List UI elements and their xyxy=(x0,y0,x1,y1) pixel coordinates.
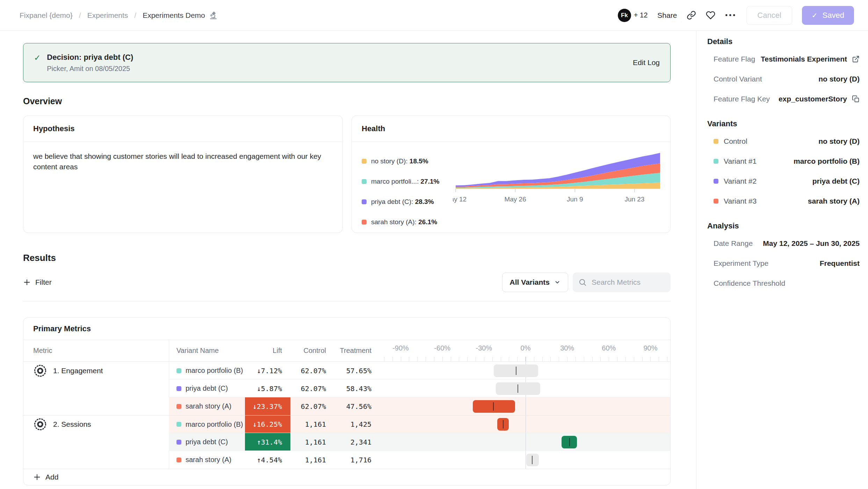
confidence-interval-cell xyxy=(380,416,671,433)
metric-table-row[interactable]: priya debt (C)↓5.87%62.07%58.43% xyxy=(23,380,670,397)
axis-tick-strip xyxy=(380,356,671,361)
confidence-interval-cell xyxy=(380,397,671,415)
point-estimate-marker xyxy=(532,456,533,464)
axis-tick xyxy=(542,357,543,361)
metric-name-cell: 2. Sessions xyxy=(23,416,169,433)
variant-color-chip xyxy=(176,386,181,391)
variants-section: Variants Controlno story (D)Variant #1ma… xyxy=(707,119,860,211)
search-metrics-box[interactable] xyxy=(573,272,671,292)
collaborator-count: + 12 xyxy=(634,11,648,19)
confidence-interval-cell xyxy=(380,362,671,380)
legend-label: priya debt (C): 28.3% xyxy=(371,198,434,206)
lift-value-cell: ↓7.12% xyxy=(245,362,290,380)
metric-name-cell xyxy=(23,433,169,451)
results-heading: Results xyxy=(23,253,671,263)
decision-title: Decision: priya debt (C) xyxy=(47,53,133,62)
confidence-interval-cell xyxy=(380,433,671,451)
variant-row: Controlno story (D) xyxy=(707,131,860,151)
x-axis-label: May 26 xyxy=(504,196,526,203)
variant-value: marco portfolio (B) xyxy=(794,157,860,165)
details-section: Details Feature FlagTestimonials Experim… xyxy=(707,37,860,109)
axis-percent-label: 60% xyxy=(602,344,616,352)
variant-filter-dropdown[interactable]: All Variants xyxy=(502,272,568,292)
metric-name-cell: 1. Engagement xyxy=(23,362,169,380)
external-link-icon[interactable] xyxy=(852,55,860,63)
detail-value: exp_customerStory xyxy=(779,95,847,103)
collaborators[interactable]: Fk + 12 xyxy=(618,9,648,22)
analysis-label: Date Range xyxy=(714,239,753,248)
axis-tick xyxy=(426,357,426,361)
saved-button[interactable]: ✓ Saved xyxy=(802,6,854,25)
metric-table-row[interactable]: sarah story (A)↑4.54%1,1611,716 xyxy=(23,451,670,469)
health-title: Health xyxy=(352,116,670,142)
variant-value: priya debt (C) xyxy=(812,177,860,185)
breadcrumb-separator: / xyxy=(79,11,81,20)
analysis-value: Frequentist xyxy=(820,259,860,268)
variant-row: Variant #1marco portfolio (B) xyxy=(707,151,860,171)
hypothesis-body: we believe that showing customer stories… xyxy=(23,142,338,182)
decision-byline: Picker, Amit on 08/05/2025 xyxy=(47,65,133,73)
confidence-interval-cell xyxy=(380,380,671,397)
breadcrumb-project[interactable]: Fixpanel {demo} xyxy=(20,11,73,20)
add-metric-button[interactable]: Add xyxy=(23,469,670,485)
legend-label: marco portfoli...: 27.1% xyxy=(371,178,439,185)
treatment-value-cell: 2,341 xyxy=(334,433,380,451)
zero-axis-line xyxy=(526,451,526,469)
legend-color-chip xyxy=(362,159,367,164)
metrics-table-header: Metric Variant Name Lift Control Treatme… xyxy=(23,340,670,362)
axis-tick xyxy=(625,357,626,361)
health-card: Health no story (D): 18.5%marco portfoli… xyxy=(352,115,671,233)
edit-log-button[interactable]: Edit Log xyxy=(633,58,660,67)
variant-name: marco portfolio (B) xyxy=(186,420,243,428)
point-estimate-marker xyxy=(569,438,570,446)
plus-icon xyxy=(33,473,41,481)
treatment-value-cell: 1,425 xyxy=(334,416,380,433)
axis-tick xyxy=(550,357,551,361)
chevron-down-icon xyxy=(554,279,560,285)
copy-link-icon[interactable] xyxy=(687,10,696,20)
metric-name: 2. Sessions xyxy=(53,420,91,428)
axis-tick xyxy=(642,357,643,361)
treatment-value-cell: 1,716 xyxy=(334,451,380,469)
col-metric: Metric xyxy=(23,340,169,361)
variant-name-cell: sarah story (A) xyxy=(169,397,245,415)
check-icon: ✓ xyxy=(812,11,818,20)
x-axis-label: Jun 23 xyxy=(624,196,644,203)
axis-percent-label: -90% xyxy=(392,344,409,352)
confidence-interval-bar xyxy=(473,400,515,413)
metric-table-row[interactable]: priya debt (C)↑31.4%1,1612,341 xyxy=(23,433,670,451)
control-value-cell: 1,161 xyxy=(290,451,334,469)
point-estimate-marker xyxy=(518,384,518,393)
hypothesis-card: Hypothesis we believe that showing custo… xyxy=(23,115,343,233)
axis-tick xyxy=(442,357,443,361)
metric-table-row[interactable]: 2. Sessionsmarco portfolio (B)↓16.25%1,1… xyxy=(23,415,670,433)
health-legend-item: no story (D): 18.5% xyxy=(362,151,439,171)
plus-icon xyxy=(23,278,31,286)
axis-tick xyxy=(659,357,659,361)
cancel-button[interactable]: Cancel xyxy=(746,6,792,25)
variant-row: Variant #2priya debt (C) xyxy=(707,171,860,191)
lift-value-cell: ↓23.37% xyxy=(245,397,290,415)
add-filter-button[interactable]: Filter xyxy=(23,278,52,286)
breadcrumb-experiments[interactable]: Experiments xyxy=(87,11,128,20)
axis-tick xyxy=(384,357,384,361)
variant-label: Variant #2 xyxy=(724,177,757,185)
search-icon xyxy=(578,278,587,286)
search-metrics-input[interactable] xyxy=(591,278,661,287)
axis-tick xyxy=(600,357,601,361)
clipboard-icon[interactable] xyxy=(852,95,860,103)
axis-tick xyxy=(392,357,393,361)
more-options-button[interactable]: ••• xyxy=(725,11,737,19)
metric-table-row[interactable]: sarah story (A)↓23.37%62.07%47.56% xyxy=(23,397,670,415)
control-value-cell: 1,161 xyxy=(290,416,334,433)
avatar[interactable]: Fk xyxy=(618,9,631,22)
treatment-value-cell: 57.65% xyxy=(334,362,380,380)
metric-table-row[interactable]: 1. Engagementmarco portfolio (B)↓7.12%62… xyxy=(23,362,670,380)
favorite-heart-icon[interactable] xyxy=(706,10,715,20)
metric-name-cell xyxy=(23,451,169,469)
variant-color-chip xyxy=(176,440,181,445)
axis-percent-label: 30% xyxy=(560,344,574,352)
variant-name-cell: priya debt (C) xyxy=(169,380,245,397)
share-button[interactable]: Share xyxy=(657,11,677,20)
axis-tick xyxy=(617,357,617,361)
